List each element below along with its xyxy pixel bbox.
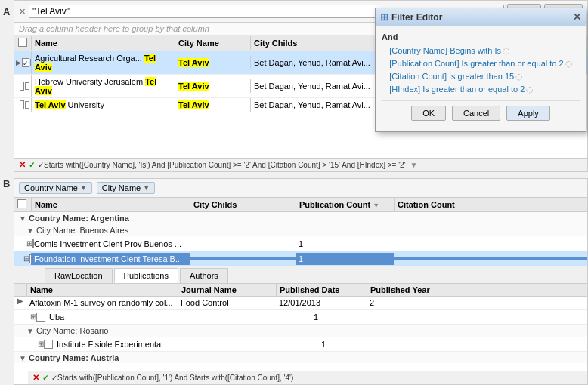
filter-apply-button[interactable]: Apply <box>506 106 550 121</box>
city-arrow-rosario[interactable]: ▼ <box>26 327 34 335</box>
search-close-icon[interactable]: ✕ <box>19 7 26 17</box>
filter-condition-2[interactable]: [Publication Count] Is greater than or e… <box>382 57 580 70</box>
filter-cancel-button[interactable]: Cancel <box>452 106 500 121</box>
tab-publications[interactable]: Publications <box>114 268 178 283</box>
b-header-citychilds[interactable]: City Childs <box>190 198 296 211</box>
filter-check-a: ✓ <box>29 161 35 169</box>
row-expand-3[interactable] <box>14 98 31 112</box>
b-cell-pub-comis: 1 <box>296 238 394 250</box>
filter-close-b[interactable]: ✕ <box>32 373 39 383</box>
section-a-label: A <box>3 6 10 17</box>
tab-authors[interactable]: Authors <box>180 268 228 283</box>
row-expand-1[interactable]: ▶ <box>14 56 31 69</box>
b-header-pubcount[interactable]: Publication Count ▼ <box>296 198 394 211</box>
filter-dot-4: ◌ <box>526 85 534 94</box>
filter-condition-3[interactable]: [Citation Count] Is greater than 15◌ <box>382 70 580 83</box>
group-row-country-austria[interactable]: ▼ Country Name: Austria <box>14 352 587 363</box>
filter-field-4: [HIndex] Is greater than or equal to 2 <box>389 85 525 94</box>
b-header-checkbox[interactable] <box>17 199 26 208</box>
b-cell-name-foundation: Foundation Investment Clent Teresa B... <box>31 253 190 265</box>
b-cell-childs-foundation <box>190 257 296 260</box>
b-grid-header: Name City Childs Publication Count ▼ Cit… <box>14 198 587 212</box>
b-expand-foundation[interactable]: ⊟ <box>23 254 29 263</box>
filter-editor-body: And [Country Name] Begins with Is◌ [Publ… <box>376 26 586 131</box>
cell-name-2: Hebrew University Jerusalem Tel Aviv <box>31 75 175 97</box>
table-row[interactable]: ⊞ Uba 1 <box>14 310 587 325</box>
filter-icon: ⊞ <box>380 11 388 23</box>
pub-header-journal[interactable]: Journal Name <box>178 284 276 296</box>
filter-close-a[interactable]: ✕ <box>19 160 26 170</box>
filter-condition-4[interactable]: [HIndex] Is greater than or equal to 2◌ <box>382 83 580 96</box>
pub-cell-year: 2 <box>367 297 587 309</box>
country-arrow-argentina[interactable]: ▼ <box>19 214 26 223</box>
b-cell-name-uba: Uba <box>46 311 205 323</box>
sub-tabs: RawLocation Publications Authors <box>14 266 587 284</box>
cell-childs-1: Bet Dagan, Yehud, Ramat Avi... <box>250 56 386 69</box>
table-row[interactable]: ⊞ Comis Investment Clent Prov Buenos ...… <box>14 236 587 251</box>
pub-header-year[interactable]: Published Year <box>367 284 587 296</box>
row-subcheckbox-3[interactable] <box>25 101 29 109</box>
row-subcheckbox-2[interactable] <box>25 82 29 90</box>
group-row-city-rosario[interactable]: ▼ City Name: Rosario <box>14 325 587 337</box>
b-cell-cit-uba <box>409 316 587 319</box>
filter-editor-title: ⊞ Filter Editor <box>380 11 442 23</box>
header-city-name[interactable]: City Name <box>175 36 250 50</box>
cell-city-3: Tel Aviv <box>175 98 250 112</box>
cell-name-3: Tel Aviv University <box>31 98 175 112</box>
filter-field-3: [Citation Count] Is greater than 15 <box>389 72 514 81</box>
b-cell-check-institute[interactable]: ⊞ <box>37 340 54 349</box>
tab-rawlocation[interactable]: RawLocation <box>45 268 113 283</box>
row-arrow-1[interactable]: ▶ <box>16 59 21 66</box>
row-expand-2[interactable] <box>14 79 31 93</box>
pub-cell-journal: Food Control <box>178 297 276 309</box>
filter-dot-3: ◌ <box>515 72 523 81</box>
b-expand-institute[interactable]: ⊞ <box>38 340 44 348</box>
filter-editor-titlebar: ⊞ Filter Editor ✕ <box>376 8 586 26</box>
row-checkbox-2[interactable] <box>20 82 25 91</box>
table-row[interactable]: ⊟ Foundation Investment Clent Teresa B..… <box>14 251 587 266</box>
city-arrow-buenos-aires[interactable]: ▼ <box>26 226 34 235</box>
group-pill-city-arrow[interactable]: ▼ <box>143 184 150 192</box>
header-checkbox[interactable] <box>18 38 27 47</box>
row-checkbox-3[interactable] <box>20 100 25 109</box>
b-cell-check-foundation[interactable]: ⊟ <box>14 254 31 263</box>
group-pill-country[interactable]: Country Name ▼ <box>19 182 92 194</box>
b-pubcount-sort-icon[interactable]: ▼ <box>373 202 379 209</box>
filter-field-1: [Country Name] Begins with Is <box>389 46 501 55</box>
filter-condition-1[interactable]: [Country Name] Begins with Is◌ <box>382 45 580 57</box>
b-expand-uba[interactable]: ⊞ <box>30 313 36 321</box>
pub-header-date[interactable]: Published Date <box>276 284 367 296</box>
filter-ok-button[interactable]: OK <box>411 106 446 121</box>
group-pill-city[interactable]: City Name ▼ <box>97 182 155 194</box>
section-b-label: B <box>3 178 10 189</box>
group-row-city-buenos-aires[interactable]: ▼ City Name: Buenos Aires <box>14 224 587 236</box>
b-cell-childs-uba <box>205 316 311 319</box>
b-header-name[interactable]: Name <box>31 198 190 211</box>
b-cell-check-comis[interactable]: ⊞ <box>14 239 31 248</box>
header-name[interactable]: Name <box>31 36 175 50</box>
b-checkbox-uba[interactable] <box>36 313 45 322</box>
b-header-citcount[interactable]: Citation Count <box>394 198 587 211</box>
filter-editor-close-button[interactable]: ✕ <box>573 11 581 23</box>
row-checkbox-1[interactable] <box>22 58 29 67</box>
b-header-check <box>14 199 31 210</box>
table-row[interactable]: ⊞ Institute Fisiole Experimental 1 <box>14 337 587 352</box>
filter-and-label: And <box>382 32 580 42</box>
header-city-childs[interactable]: City Childs <box>250 36 386 50</box>
cell-childs-3: Bet Dagan, Yehud, Ramat Avi... <box>250 98 386 112</box>
b-checkbox-institute[interactable] <box>44 340 53 349</box>
b-cell-cit-institute <box>416 343 587 346</box>
b-grid-body: ▼ Country Name: Argentina ▼ City Name: B… <box>14 212 587 363</box>
pub-expand-icon[interactable]: ▶ <box>14 297 26 309</box>
pub-row[interactable]: ▶ Aflatoxin M-1 survey on randomly col..… <box>14 297 587 310</box>
cell-city-1: Tel Aviv <box>175 56 250 69</box>
section-b-panel: Country Name ▼ City Name ▼ Name City Chi… <box>14 178 588 385</box>
group-row-country-argentina[interactable]: ▼ Country Name: Argentina <box>14 212 587 224</box>
group-pill-country-arrow[interactable]: ▼ <box>80 184 87 192</box>
filter-dropdown-a[interactable]: ▼ <box>410 161 418 169</box>
b-cell-pub-uba: 1 <box>311 311 409 323</box>
pub-header-name[interactable]: Name <box>26 284 178 296</box>
b-cell-check-uba[interactable]: ⊞ <box>29 313 46 322</box>
filter-editor-popup: ⊞ Filter Editor ✕ And [Country Name] Beg… <box>375 8 586 132</box>
country-arrow-austria[interactable]: ▼ <box>19 354 26 362</box>
